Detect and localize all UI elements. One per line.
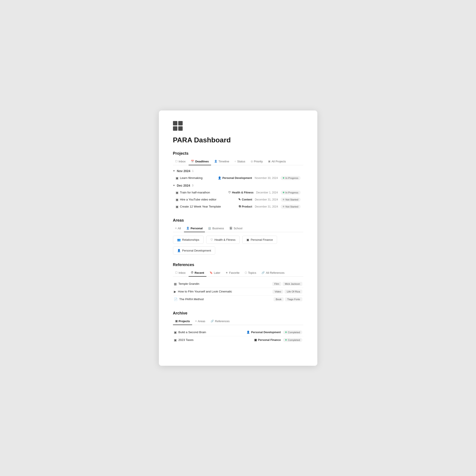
tab-projects-status[interactable]: ○ Status [232, 158, 247, 165]
inbox-icon: ☐ [175, 271, 178, 274]
tab-areas-school[interactable]: 📓 School [227, 225, 245, 232]
references-list: ▦ Temple Grandin Film Mick Jackson ▶ How… [173, 280, 303, 303]
ref-tag: Book [273, 297, 284, 301]
heart-icon: ♡ [228, 191, 231, 194]
logo-icon [173, 121, 183, 131]
status-badge: Not Started [281, 198, 300, 202]
all-projects-icon: ▣ [268, 160, 271, 163]
tab-projects-deadlines[interactable]: 📅 Deadlines [188, 158, 211, 165]
personal-icon: 👤 [186, 227, 189, 230]
archive-areas-icon: ≡ [195, 320, 197, 323]
archive-row[interactable]: ▣ 2023 Taxes ▣ Personal Finance Complete… [173, 336, 303, 344]
tab-archive-areas[interactable]: ≡ Areas [193, 318, 207, 325]
recent-icon: ⏱ [191, 271, 193, 274]
tab-references-topics[interactable]: ⬡ Topics [242, 270, 258, 277]
archive-refs-icon: 🔗 [211, 320, 214, 323]
person-icon: 👤 [218, 176, 221, 180]
status-badge: Completed [283, 338, 302, 342]
group-dec2024: ▼ Dec 2024 3 [173, 183, 303, 188]
areas-section: Areas ≡ All 👤 Personal 🏢 Business 📓 Scho… [173, 218, 303, 255]
tab-areas-all[interactable]: ≡ All [173, 225, 183, 232]
status-badge: In Progress [281, 176, 301, 180]
status-dot-completed [285, 339, 287, 341]
status-badge: In Progress [281, 191, 301, 195]
tab-references-inbox[interactable]: ☐ Inbox [173, 270, 188, 277]
reference-row[interactable]: 📄 The PARA Method Book Tiago Forte [173, 296, 303, 303]
area-card-personal-finance[interactable]: ▣ Personal Finance [242, 236, 277, 244]
folder-icon: ▣ [176, 176, 178, 180]
ref-tag: Film [272, 282, 281, 286]
project-row[interactable]: ▣ Train for half-marathon ♡ Health & Fit… [173, 189, 303, 196]
status-icon: ○ [234, 160, 236, 163]
status-dot-completed [285, 331, 287, 333]
projects-section: Projects ☐ Inbox 📅 Deadlines 👤 Timeline … [173, 151, 303, 210]
tab-references-later[interactable]: 🔖 Later [207, 270, 223, 277]
archive-row[interactable]: ▣ Build a Second Brain 👤 Personal Develo… [173, 329, 303, 336]
page-title: PARA Dashboard [173, 136, 303, 144]
tab-areas-business[interactable]: 🏢 Business [206, 225, 226, 232]
tab-archive-projects[interactable]: ▣ Projects [173, 318, 192, 325]
status-dot-notstarted [283, 206, 284, 207]
topics-icon: ⬡ [245, 271, 247, 274]
ref-tag: Life Of Riza [285, 289, 302, 294]
project-row[interactable]: ▣ Create 12 Week Year Template ⧉ Product… [173, 203, 303, 210]
tab-references-all[interactable]: 🔗 All References [259, 270, 287, 277]
ref-tag: Mick Jackson [283, 282, 302, 286]
ref-tag: Video [272, 289, 283, 294]
references-tabs: ☐ Inbox ⏱ Recent 🔖 Later ★ Favorite ⬡ To… [173, 270, 303, 277]
references-section: References ☐ Inbox ⏱ Recent 🔖 Later ★ Fa… [173, 263, 303, 303]
archive-list: ▣ Build a Second Brain 👤 Personal Develo… [173, 329, 303, 344]
area-card-personal-development[interactable]: 👤 Personal Development [173, 246, 215, 255]
projects-tabs: ☐ Inbox 📅 Deadlines 👤 Timeline ○ Status … [173, 158, 303, 165]
later-icon: 🔖 [209, 271, 213, 274]
person-icon: 👤 [246, 331, 250, 334]
folder-icon: ▣ [176, 205, 178, 208]
archive-section-title: Archive [173, 311, 303, 316]
tab-projects-inbox[interactable]: ☐ Inbox [173, 158, 188, 165]
status-dot-inprogress [283, 177, 284, 179]
status-badge: Completed [283, 330, 302, 334]
all-icon: ≡ [175, 227, 177, 230]
archive-section: Archive ▣ Projects ≡ Areas 🔗 References … [173, 311, 303, 344]
tab-projects-timeline[interactable]: 👤 Timeline [212, 158, 232, 165]
favorite-icon: ★ [226, 271, 228, 274]
area-card-health-fitness[interactable]: ♡ Health & Fitness [206, 236, 240, 244]
timeline-icon: 👤 [214, 160, 217, 163]
archive-tabs: ▣ Projects ≡ Areas 🔗 References [173, 318, 303, 325]
status-dot-notstarted [283, 199, 284, 200]
area-card-relationships[interactable]: 👥 Relationships [173, 236, 204, 244]
priority-icon: ◎ [251, 160, 253, 163]
school-icon: 📓 [229, 227, 233, 230]
chevron-down-icon: ▼ [173, 170, 175, 172]
areas-tabs: ≡ All 👤 Personal 🏢 Business 📓 School [173, 225, 303, 232]
folder-icon: ▣ [174, 331, 177, 334]
project-row[interactable]: ▣ Learn filmmaking 👤 Personal Developmen… [173, 174, 303, 182]
tab-areas-personal[interactable]: 👤 Personal [184, 225, 205, 232]
references-section-title: References [173, 263, 303, 267]
film-icon: ▦ [174, 282, 177, 286]
tab-references-recent[interactable]: ⏱ Recent [188, 270, 206, 277]
video-icon: ▶ [174, 290, 176, 293]
areas-section-title: Areas [173, 218, 303, 223]
calendar-icon: 📅 [191, 160, 194, 163]
status-dot-inprogress [283, 192, 284, 193]
ref-tag: Tiago Forte [285, 297, 302, 301]
areas-grid: 👥 Relationships ♡ Health & Fitness ▣ Per… [173, 236, 303, 255]
health-icon: ♡ [210, 238, 213, 241]
product-icon: ⧉ [239, 205, 241, 208]
finance-icon: ▣ [254, 338, 257, 341]
project-row[interactable]: ▣ Hire a YouTube video editor ✎ Content … [173, 196, 303, 203]
tab-archive-references[interactable]: 🔗 References [208, 318, 232, 325]
tab-projects-all[interactable]: ▣ All Projects [266, 158, 288, 165]
chevron-down-icon: ▼ [173, 184, 175, 187]
relationships-icon: 👥 [177, 238, 181, 241]
business-icon: 🏢 [208, 227, 211, 230]
group-nov2024: ▼ Nov 2024 1 [173, 169, 303, 173]
reference-row[interactable]: ▶ How to Film Yourself and Look Cinemati… [173, 288, 303, 296]
all-refs-icon: 🔗 [261, 271, 265, 274]
status-badge: Not Started [281, 205, 300, 209]
book-icon: 📄 [174, 298, 178, 301]
tab-projects-priority[interactable]: ◎ Priority [248, 158, 265, 165]
tab-references-favorite[interactable]: ★ Favorite [223, 270, 242, 277]
reference-row[interactable]: ▦ Temple Grandin Film Mick Jackson [173, 280, 303, 288]
